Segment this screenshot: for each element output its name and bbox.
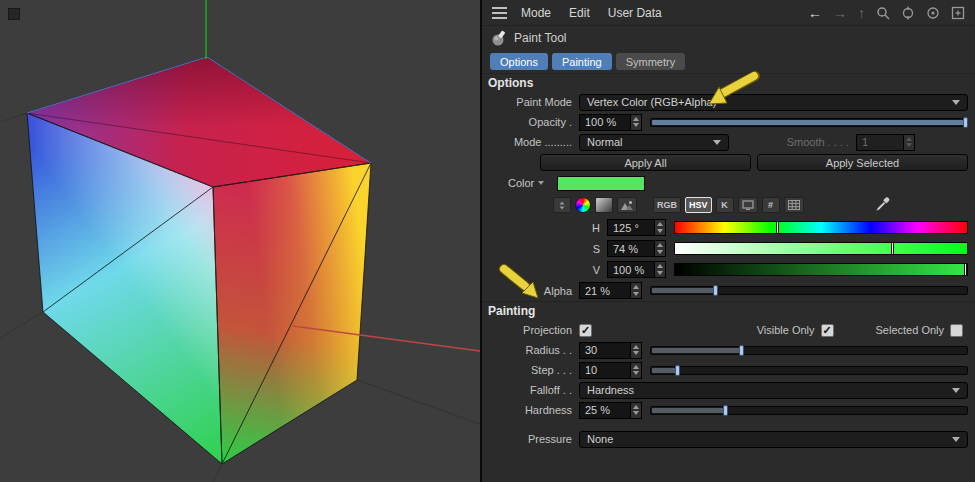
opacity-slider-handle[interactable] — [963, 117, 968, 128]
falloff-row: Falloff . . Hardness — [482, 380, 975, 400]
kelvin-mode-button[interactable]: K — [716, 197, 734, 213]
hamburger-menu-icon[interactable] — [492, 7, 507, 19]
hex-mode-button[interactable]: # — [762, 197, 780, 213]
image-picker-icon[interactable] — [617, 197, 637, 213]
eyedropper-icon[interactable] — [875, 197, 890, 214]
hue-label: H — [488, 222, 600, 234]
hue-input[interactable]: 125 ° — [607, 219, 655, 236]
alpha-stepper[interactable] — [631, 282, 642, 299]
radius-row: Radius . . 30 — [482, 340, 975, 360]
apply-all-button[interactable]: Apply All — [540, 154, 751, 171]
saturation-marker[interactable] — [891, 242, 894, 255]
hue-gradient-slider[interactable] — [674, 221, 968, 234]
step-slider[interactable] — [650, 366, 968, 375]
mode-label: Mode ......... — [488, 136, 572, 148]
opacity-label: Opacity . — [488, 116, 572, 128]
target-icon[interactable] — [901, 6, 915, 20]
swap-colors-icon[interactable] — [553, 197, 571, 213]
color-label[interactable]: Color — [508, 177, 534, 189]
selected-only-checkbox[interactable] — [950, 324, 963, 337]
vertex-color-cube[interactable] — [0, 0, 480, 482]
falloff-select[interactable]: Hardness — [579, 382, 968, 399]
projection-checkbox[interactable]: ✓ — [579, 324, 592, 337]
tab-options[interactable]: Options — [490, 53, 548, 70]
color-swatch[interactable] — [557, 176, 645, 191]
apply-selected-button[interactable]: Apply Selected — [757, 154, 968, 171]
step-input[interactable]: 10 — [579, 362, 631, 379]
color-wheel-icon[interactable] — [575, 197, 591, 213]
value-row: V 100 % — [482, 259, 975, 280]
menu-user-data[interactable]: User Data — [608, 6, 662, 20]
alpha-slider[interactable] — [650, 286, 968, 295]
chevron-down-icon — [952, 100, 960, 105]
options-section-header[interactable]: Options — [482, 73, 975, 92]
alpha-label: Alpha — [488, 285, 572, 297]
viewport-corner-widget[interactable] — [8, 8, 20, 20]
alpha-input[interactable]: 21 % — [579, 282, 631, 299]
falloff-value: Hardness — [587, 384, 634, 396]
color-tools-row: RGB HSV K # — [482, 193, 975, 217]
alpha-row: Alpha 21 % — [482, 280, 975, 301]
menu-mode[interactable]: Mode — [521, 6, 551, 20]
screen-mode-icon[interactable] — [738, 197, 758, 213]
radius-label: Radius . . — [488, 344, 572, 356]
pressure-row: Pressure None — [482, 429, 975, 449]
alpha-slider-handle[interactable] — [713, 285, 718, 296]
visible-only-checkbox[interactable]: ✓ — [821, 324, 834, 337]
radius-slider[interactable] — [650, 346, 968, 355]
radius-slider-handle[interactable] — [739, 345, 744, 356]
stepper-up-icon[interactable] — [633, 117, 639, 121]
search-icon[interactable] — [876, 6, 890, 20]
rgb-mode-button[interactable]: RGB — [653, 197, 681, 213]
attributes-panel: Mode Edit User Data ← → ↑ — [482, 0, 975, 482]
spectrum-icon[interactable] — [595, 197, 613, 213]
hue-marker[interactable] — [776, 221, 779, 234]
apply-buttons-row: Apply All Apply Selected — [482, 152, 975, 173]
back-arrow-icon[interactable]: ← — [808, 6, 822, 20]
step-slider-handle[interactable] — [675, 365, 680, 376]
value-input[interactable]: 100 % — [607, 261, 655, 278]
value-stepper[interactable] — [655, 261, 666, 278]
value-gradient-slider[interactable] — [674, 263, 968, 276]
radius-stepper[interactable] — [631, 342, 642, 359]
menu-edit[interactable]: Edit — [569, 6, 590, 20]
hardness-slider-handle[interactable] — [723, 405, 728, 416]
chevron-down-icon — [952, 388, 960, 393]
record-icon[interactable] — [926, 6, 940, 20]
cinema4d-window: Mode Edit User Data ← → ↑ — [0, 0, 975, 482]
chevron-down-icon — [952, 437, 960, 442]
hardness-slider[interactable] — [650, 406, 968, 415]
value-label: V — [488, 264, 600, 276]
up-arrow-icon[interactable]: ↑ — [858, 6, 865, 20]
step-stepper[interactable] — [631, 362, 642, 379]
hsv-mode-button[interactable]: HSV — [685, 197, 712, 213]
hardness-input[interactable]: 25 % — [579, 402, 631, 419]
opacity-slider[interactable] — [650, 118, 968, 127]
radius-input[interactable]: 30 — [579, 342, 631, 359]
paint-mode-select[interactable]: Vertex Color (RGB+Alpha) — [579, 94, 968, 111]
mode-select[interactable]: Normal — [579, 134, 729, 151]
pressure-select[interactable]: None — [579, 431, 968, 448]
paint-mode-label: Paint Mode — [488, 96, 572, 108]
paint-tool-icon — [491, 30, 507, 46]
hue-row: H 125 ° — [482, 217, 975, 238]
viewport-3d[interactable] — [0, 0, 480, 482]
pressure-label: Pressure — [488, 433, 572, 445]
saturation-stepper[interactable] — [655, 240, 666, 257]
hardness-stepper[interactable] — [631, 402, 642, 419]
stepper-down-icon[interactable] — [633, 123, 639, 127]
swatch-grid-icon[interactable] — [784, 197, 804, 213]
color-expand-icon[interactable] — [538, 181, 544, 185]
tab-symmetry[interactable]: Symmetry — [616, 53, 686, 70]
opacity-input[interactable]: 100 % — [579, 114, 631, 131]
opacity-stepper[interactable] — [631, 114, 642, 131]
frame-plus-icon[interactable] — [951, 6, 965, 20]
saturation-gradient-slider[interactable] — [674, 242, 968, 255]
hue-stepper[interactable] — [655, 219, 666, 236]
value-marker[interactable] — [964, 263, 967, 276]
saturation-input[interactable]: 74 % — [607, 240, 655, 257]
forward-arrow-icon[interactable]: → — [833, 6, 847, 20]
tab-painting[interactable]: Painting — [552, 53, 612, 70]
projection-row: Projection ✓ Visible Only ✓ Selected Onl… — [482, 320, 975, 340]
painting-section-header[interactable]: Painting — [482, 301, 975, 320]
